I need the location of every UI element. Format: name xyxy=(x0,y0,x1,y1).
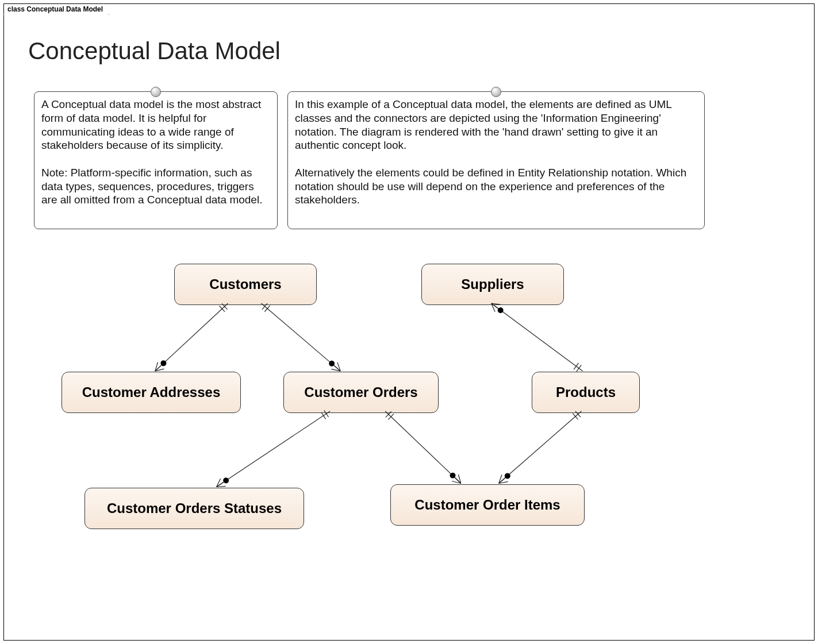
svg-line-10 xyxy=(335,363,344,371)
entity-customers: Customers xyxy=(174,264,317,305)
entity-label: Customers xyxy=(209,276,281,292)
diagram-title: Conceptual Data Model xyxy=(28,37,281,65)
entity-label: Customer Addresses xyxy=(82,384,221,400)
svg-line-28 xyxy=(385,411,461,484)
svg-point-27 xyxy=(222,476,230,484)
note-right-text: In this example of a Conceptual data mod… xyxy=(295,98,697,207)
svg-line-7 xyxy=(261,303,340,371)
svg-line-19 xyxy=(577,365,581,371)
entity-label: Suppliers xyxy=(461,276,524,292)
entity-customer-order-items: Customer Order Items xyxy=(390,484,585,526)
pin-icon xyxy=(151,87,161,97)
svg-point-41 xyxy=(504,472,512,480)
svg-line-4 xyxy=(152,362,161,371)
entity-products: Products xyxy=(532,372,640,413)
svg-line-12 xyxy=(335,366,341,371)
svg-line-30 xyxy=(388,414,394,419)
entity-customer-addresses: Customer Addresses xyxy=(62,372,241,413)
entity-label: Customer Order Items xyxy=(414,497,560,513)
pin-icon xyxy=(491,87,501,97)
entity-label: Customer Orders Statuses xyxy=(107,500,282,516)
svg-line-2 xyxy=(220,306,225,311)
entity-suppliers: Suppliers xyxy=(421,264,564,305)
svg-line-25 xyxy=(214,479,223,487)
svg-line-37 xyxy=(573,414,578,420)
svg-point-18 xyxy=(497,306,505,314)
svg-point-34 xyxy=(448,472,456,480)
svg-line-21 xyxy=(217,411,331,487)
note-left-text: A Conceptual data model is the most abst… xyxy=(41,98,270,207)
entity-label: Products xyxy=(556,384,616,400)
svg-point-13 xyxy=(328,360,336,368)
svg-line-14 xyxy=(491,303,583,371)
entity-label: Customer Orders xyxy=(304,384,417,400)
svg-line-39 xyxy=(496,475,505,483)
entity-customer-orders: Customer Orders xyxy=(283,372,439,413)
svg-line-40 xyxy=(499,478,505,483)
svg-point-6 xyxy=(159,359,167,367)
svg-line-26 xyxy=(217,483,224,487)
svg-line-31 xyxy=(455,475,464,483)
svg-line-35 xyxy=(499,411,582,484)
svg-line-20 xyxy=(574,363,578,369)
entity-customer-orders-statuses: Customer Orders Statuses xyxy=(85,488,304,529)
svg-line-5 xyxy=(155,365,161,371)
svg-line-9 xyxy=(264,306,270,312)
note-left: A Conceptual data model is the most abst… xyxy=(34,91,278,229)
diagram-frame: class Conceptual Data Model Conceptual D… xyxy=(3,3,815,641)
svg-line-0 xyxy=(155,303,228,371)
svg-line-23 xyxy=(321,412,326,419)
diagram-tab: class Conceptual Data Model xyxy=(3,3,109,15)
note-right: In this example of a Conceptual data mod… xyxy=(287,91,705,229)
svg-line-33 xyxy=(455,478,461,484)
